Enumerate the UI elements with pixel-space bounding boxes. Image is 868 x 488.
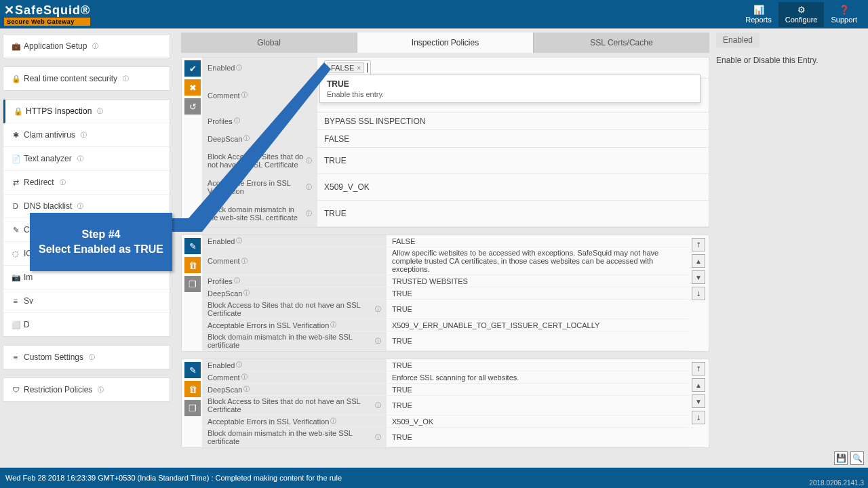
dropdown-option-true[interactable]: TRUE Enable this entry.: [320, 75, 700, 102]
field-value: TRUE: [387, 300, 688, 319]
tab-global[interactable]: Global: [181, 33, 357, 53]
field-label: Enabled ⓘ: [202, 58, 317, 78]
status-text: Wed Feb 28 2018 16:23:39 GMT+0530 (India…: [5, 474, 342, 482]
chart-icon: 📊: [745, 5, 772, 15]
down-icon: ▼: [695, 398, 702, 405]
field-value: X509_V_ERR_UNABLE_TO_GET_ISSUER_CERT_LOC…: [387, 319, 688, 331]
info-icon: ⓘ: [77, 202, 83, 211]
move-down-button[interactable]: ▼: [692, 270, 705, 284]
sidebar-item-d[interactable]: ⬜ D: [3, 313, 170, 336]
configure-button[interactable]: ⚙ Configure: [778, 2, 825, 27]
lock-icon: 🔒: [12, 75, 20, 83]
dropdown-option-desc: Enable this entry.: [327, 90, 693, 98]
sidebar-item-label: Redirect: [24, 178, 54, 187]
rule-panel: ✎ 🗑 ❐ Enabled ⓘFALSE Comment ⓘAllow spec…: [181, 235, 709, 352]
sidebar-item-label: Im: [24, 272, 33, 282]
copy-icon: ❐: [189, 279, 197, 289]
field-value: TRUE: [387, 359, 688, 371]
tab-ssl-certs[interactable]: SSL Certs/Cache: [534, 33, 709, 53]
sidebar-item-label: Application Setup: [24, 41, 87, 51]
info-icon: ⓘ: [92, 42, 98, 51]
sidebar-item-restriction-policies[interactable]: 🛡 Restriction Policies ⓘ: [3, 378, 170, 401]
clone-button[interactable]: ❐: [184, 276, 201, 292]
sidebar-item-clam[interactable]: ✱ Clam antivirus ⓘ: [3, 123, 170, 147]
sidebar-item-text-analyzer[interactable]: 📄 Text analyzer ⓘ: [3, 147, 170, 171]
sidebar-item-realtime-security[interactable]: 🔒 Real time content security ⓘ: [3, 67, 170, 90]
field-label: Comment ⓘ: [202, 79, 317, 112]
field-value: X509_V_OK: [387, 415, 688, 427]
info-icon: ⓘ: [123, 75, 129, 83]
tabs: Global Inspection Policies SSL Certs/Cac…: [181, 33, 709, 53]
sidebar-item-redirect[interactable]: ⇄ Redirect ⓘ: [3, 171, 170, 195]
double-up-icon: ⤒: [696, 241, 701, 249]
move-up-button[interactable]: ▲: [692, 378, 705, 392]
sidebar-item-custom-settings[interactable]: ≡ Custom Settings ⓘ: [3, 346, 170, 369]
double-up-icon: ⤒: [696, 365, 701, 373]
field-label: Acceptable Errors in SSL Verification ⓘ: [202, 319, 387, 331]
delete-button[interactable]: 🗑: [184, 381, 201, 397]
field-value[interactable]: TRUE: [317, 153, 709, 168]
move-top-button[interactable]: ⤒: [692, 238, 705, 251]
move-bottom-button[interactable]: ⤓: [692, 287, 705, 300]
field-value: TRUE: [387, 384, 688, 395]
move-bottom-button[interactable]: ⤓: [692, 411, 705, 424]
sidebar-item-https-inspection[interactable]: 🔒 HTTPS Inspection ⓘ: [3, 100, 170, 123]
field-label: Comment ⓘ: [202, 247, 387, 274]
delete-button[interactable]: 🗑: [184, 257, 201, 273]
field-label: Block Access to Sites that do not have a…: [202, 300, 387, 319]
field-label: DeepScan ⓘ: [202, 287, 387, 299]
tag-false: FALSE ×: [328, 62, 364, 73]
field-label: Profiles ⓘ: [202, 275, 387, 287]
field-value[interactable]: X509_V_OK: [317, 180, 709, 195]
briefcase-icon: 💼: [12, 42, 20, 51]
field-label: Enabled ⓘ: [202, 235, 387, 247]
save-config-button[interactable]: 💾: [834, 451, 848, 465]
sidebar-item-application-setup[interactable]: 💼 Application Setup ⓘ: [3, 35, 170, 58]
sliders-icon: ≡: [12, 353, 20, 361]
field-label: Block domain mismatch in the web-site SS…: [202, 201, 317, 226]
enabled-selector[interactable]: FALSE ×: [324, 60, 371, 75]
brand-tag: Secure Web Gateway: [4, 18, 90, 26]
field-value: TRUE: [387, 428, 688, 447]
reports-button[interactable]: 📊 Reports: [738, 2, 778, 27]
cancel-button[interactable]: ✖: [184, 79, 201, 96]
help-description: Enable or Disable this Entry.: [716, 56, 864, 65]
field-label: Block Access to Sites that do not have a…: [202, 148, 317, 174]
edit-button[interactable]: ✎: [184, 362, 201, 378]
edit-button[interactable]: ✎: [184, 238, 201, 254]
field-value: Enforce SSL scanning for all websites.: [387, 371, 688, 383]
remove-tag-icon[interactable]: ×: [357, 64, 361, 72]
revert-button[interactable]: ↺: [184, 98, 201, 115]
move-up-button[interactable]: ▲: [692, 254, 705, 268]
sidebar-item-label: D: [24, 320, 30, 329]
field-value[interactable]: TRUE: [317, 206, 709, 221]
sidebar-item-label: HTTPS Inspection: [26, 106, 92, 116]
search-button[interactable]: 🔍: [850, 451, 864, 465]
field-value[interactable]: FALSE: [317, 131, 709, 146]
double-down-icon: ⤓: [696, 414, 701, 422]
field-value[interactable]: BYPASS SSL INSPECTION: [317, 114, 709, 129]
field-label: Acceptable Errors in SSL Verification ⓘ: [202, 174, 317, 200]
move-top-button[interactable]: ⤒: [692, 362, 705, 375]
rule-panel: ✎ 🗑 ❐ Enabled ⓘTRUE Comment ⓘEnforce SSL…: [181, 359, 709, 448]
sidebar-item-sv[interactable]: ≡ Sv: [3, 289, 170, 313]
up-icon: ▲: [695, 258, 702, 265]
sidebar-item-label: Text analyzer: [24, 154, 72, 163]
tab-inspection-policies[interactable]: Inspection Policies: [357, 33, 534, 53]
enabled-dropdown[interactable]: TRUE Enable this entry.: [319, 75, 701, 103]
move-down-button[interactable]: ▼: [692, 394, 705, 408]
up-icon: ▲: [695, 382, 702, 389]
undo-icon: ↺: [189, 102, 197, 112]
save-icon: 💾: [836, 453, 846, 463]
support-button[interactable]: ❓ Support: [824, 2, 864, 27]
field-value: TRUSTED WEBSITES: [387, 275, 688, 287]
field-value: TRUE: [387, 287, 688, 299]
help-panel: Enabled Enable or Disable this Entry.: [716, 33, 864, 464]
clone-button[interactable]: ❐: [184, 400, 201, 416]
x-icon: ✖: [189, 83, 197, 93]
sidebar-item-label: Real time content security: [24, 74, 117, 83]
save-button[interactable]: ✔: [184, 60, 201, 77]
info-icon: ⓘ: [81, 131, 87, 140]
doc-icon: 📄: [12, 155, 20, 163]
sidebar-item-label: DNS blacklist: [24, 201, 72, 211]
